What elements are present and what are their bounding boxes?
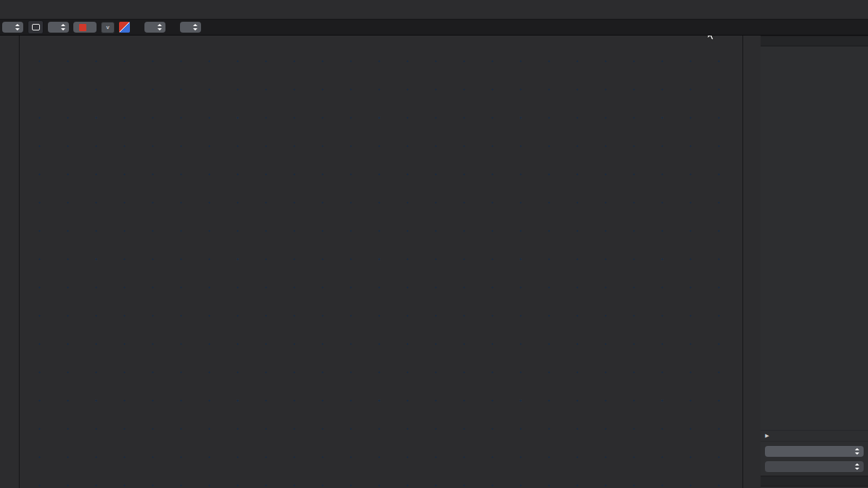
appearance-panel: ▶ xyxy=(761,36,868,488)
via-size-dropdown[interactable] xyxy=(48,22,69,33)
left-toolbar xyxy=(0,36,20,488)
selection-filter-header xyxy=(761,476,868,487)
panel-spacer xyxy=(761,62,868,430)
track-width-dropdown[interactable] xyxy=(2,22,23,33)
kicad-pcb-editor-window: v xyxy=(0,0,868,488)
draw-toolbar xyxy=(742,36,761,488)
track-width-menu-button[interactable] xyxy=(28,20,44,34)
dropdown-stepper-icon xyxy=(12,22,22,32)
presets-block xyxy=(761,441,868,476)
layer-display-options[interactable]: ▶ xyxy=(761,430,868,441)
dropdown-stepper-icon xyxy=(853,462,862,471)
rounded-square-icon xyxy=(32,24,40,30)
viewports-dropdown[interactable] xyxy=(765,461,864,472)
active-layer-dropdown[interactable] xyxy=(73,22,97,33)
layer-color-swatch xyxy=(79,24,86,31)
layer-pair-icon[interactable] xyxy=(119,22,130,33)
dropdown-stepper-icon xyxy=(155,22,164,32)
appearance-header xyxy=(761,36,868,46)
zoom-dropdown[interactable] xyxy=(180,22,201,33)
params-toolbar: v xyxy=(0,20,868,36)
dropdown-stepper-icon xyxy=(853,447,862,456)
layer-dropdown-arrow-button[interactable]: v xyxy=(101,22,115,33)
presets-dropdown[interactable] xyxy=(765,446,864,457)
wireframe-drawing xyxy=(20,36,742,488)
dropdown-stepper-icon xyxy=(58,22,67,32)
collapse-caret-icon: ▶ xyxy=(765,433,769,439)
appearance-tabs xyxy=(761,46,868,62)
dropdown-stepper-icon xyxy=(190,22,200,32)
grid-size-dropdown[interactable] xyxy=(144,22,165,33)
mouse-cursor xyxy=(706,36,716,41)
pcb-canvas[interactable] xyxy=(20,36,742,488)
top-toolbar xyxy=(0,0,868,20)
